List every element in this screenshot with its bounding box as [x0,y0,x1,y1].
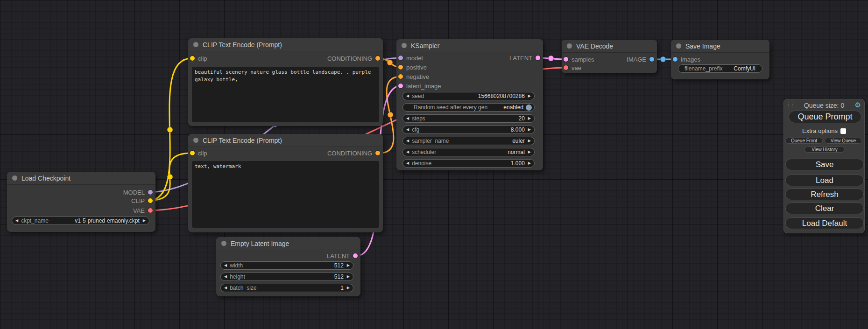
node-clip-text-encode-positive[interactable]: CLIP Text Encode (Prompt) clip CONDITION… [188,38,383,126]
increment-arrow-icon[interactable]: ▶ [347,275,350,279]
save-button[interactable]: Save [785,159,864,170]
image-output-dot[interactable] [649,57,654,62]
output-slot-latent[interactable]: LATENT [327,252,358,260]
increment-arrow-icon[interactable]: ▶ [143,219,146,223]
widget-label: filename_prefix [685,65,722,72]
input-slot-model[interactable]: model [398,54,423,62]
decrement-arrow-icon[interactable]: ◀ [224,275,227,279]
node-empty-latent-image[interactable]: Empty Latent Image LATENT ◀ width 512 ▶ … [216,237,360,296]
input-slot-vae[interactable]: vae [564,63,581,72]
collapse-dot-icon[interactable] [193,42,198,47]
conditioning-output-dot[interactable] [375,56,380,61]
refresh-button[interactable]: Refresh [785,189,864,200]
input-slot-positive[interactable]: positive [398,63,427,71]
increment-arrow-icon[interactable]: ▶ [347,264,350,267]
collapse-dot-icon[interactable] [567,43,572,49]
decrement-arrow-icon[interactable]: ◀ [15,219,18,223]
images-input-dot[interactable] [673,57,677,62]
vae-output-dot[interactable] [148,208,153,213]
sampler-name-widget[interactable]: ◀ sampler_name euler ▶ [402,137,535,145]
samples-input-dot[interactable] [564,57,568,62]
input-slot-negative[interactable]: negative [398,72,429,81]
increment-arrow-icon[interactable]: ▶ [528,139,531,143]
node-vae-decode[interactable]: VAE Decode samples vae IMAGE [562,40,657,73]
clip-output-dot[interactable] [148,198,153,203]
latent-output-dot[interactable] [353,253,358,258]
drag-handle-icon[interactable]: ⋮⋮ [786,102,794,107]
ckpt-name-widget[interactable]: ◀ ckpt_name v1-5-pruned-emaonly.ckpt ▶ [12,217,149,225]
filename-prefix-widget[interactable]: filename_prefix ComfyUI [678,64,762,73]
collapse-dot-icon[interactable] [676,43,681,49]
increment-arrow-icon[interactable]: ▶ [528,150,531,154]
collapse-dot-icon[interactable] [12,175,17,181]
node-ksampler[interactable]: KSampler model positive negative latent_… [396,39,543,170]
decrement-arrow-icon[interactable]: ◀ [406,128,409,132]
collapse-dot-icon[interactable] [221,241,226,246]
height-widget[interactable]: ◀ height 512 ▶ [220,273,353,281]
node-clip-text-encode-negative[interactable]: CLIP Text Encode (Prompt) clip CONDITION… [188,134,383,232]
random-seed-toggle-widget[interactable]: Random seed after every gen enabled [402,103,535,112]
latent-image-input-dot[interactable] [398,84,403,88]
clip-input-dot[interactable] [190,151,195,155]
increment-arrow-icon[interactable]: ▶ [528,128,531,132]
decrement-arrow-icon[interactable]: ◀ [406,161,409,165]
slot-label: clip [198,150,207,157]
steps-widget[interactable]: ◀ steps 20 ▶ [402,114,535,123]
decrement-arrow-icon[interactable]: ◀ [406,94,409,98]
toggle-circle[interactable] [526,105,532,111]
clip-input-dot[interactable] [190,56,195,61]
output-slot-image[interactable]: IMAGE [627,55,654,63]
input-slot-images[interactable]: images [673,55,700,63]
node-save-image[interactable]: Save Image images filename_prefix ComfyU… [671,40,769,79]
increment-arrow-icon[interactable]: ▶ [528,94,531,98]
positive-prompt-textarea[interactable]: beautiful scenery nature glass bottle la… [192,67,379,122]
decrement-arrow-icon[interactable]: ◀ [224,264,227,267]
input-slot-latent-image[interactable]: latent_image [398,82,441,90]
output-slot-conditioning[interactable]: CONDITIONING [327,54,380,63]
view-history-button[interactable]: View History [804,147,845,153]
increment-arrow-icon[interactable]: ▶ [528,117,531,120]
seed-widget[interactable]: ◀ seed 156680208700286 ▶ [402,92,535,100]
extra-options-checkbox[interactable] [840,128,846,134]
view-queue-button[interactable]: View Queue [825,138,862,144]
vae-input-dot[interactable] [564,65,568,70]
latent-output-dot[interactable] [536,56,540,60]
output-slot-latent[interactable]: LATENT [509,54,540,62]
cfg-widget[interactable]: ◀ cfg 8.000 ▶ [402,126,535,134]
conditioning-output-dot[interactable] [375,151,380,155]
decrement-arrow-icon[interactable]: ◀ [406,139,409,143]
input-slot-samples[interactable]: samples [564,55,594,63]
input-slot-clip[interactable]: clip [190,149,207,157]
collapse-dot-icon[interactable] [193,138,198,143]
node-title: CLIP Text Encode (Prompt) [203,41,282,49]
node-title-bar: KSampler [396,39,543,52]
negative-prompt-textarea[interactable]: text, watermark [192,161,379,228]
output-slot-clip[interactable]: CLIP [131,196,153,205]
negative-input-dot[interactable] [398,74,403,79]
model-input-dot[interactable] [398,56,403,60]
collapse-dot-icon[interactable] [402,43,407,48]
output-slot-model[interactable]: MODEL [123,188,153,196]
node-load-checkpoint[interactable]: Load Checkpoint MODEL CLIP VAE ◀ ckpt_na… [7,172,155,232]
positive-input-dot[interactable] [398,65,403,70]
decrement-arrow-icon[interactable]: ◀ [224,286,227,290]
decrement-arrow-icon[interactable]: ◀ [406,117,409,120]
denoise-widget[interactable]: ◀ denoise 1.000 ▶ [402,159,535,168]
output-slot-conditioning[interactable]: CONDITIONING [327,149,380,157]
queue-front-button[interactable]: Queue Front [785,138,823,144]
comfyui-canvas[interactable]: { "colors": { "model_link": "#b39ddb", "… [0,0,868,329]
width-widget[interactable]: ◀ width 512 ▶ [220,261,353,270]
gear-icon[interactable]: ⚙ [855,101,861,108]
scheduler-widget[interactable]: ◀ scheduler normal ▶ [402,148,535,156]
increment-arrow-icon[interactable]: ▶ [528,161,531,165]
queue-prompt-button[interactable]: Queue Prompt [789,111,861,123]
load-default-button[interactable]: Load Default [785,217,864,229]
decrement-arrow-icon[interactable]: ◀ [406,150,409,154]
input-slot-clip[interactable]: clip [190,54,207,63]
load-button[interactable]: Load [785,175,864,186]
clear-button[interactable]: Clear [785,203,864,214]
model-output-dot[interactable] [148,190,153,195]
output-slot-vae[interactable]: VAE [133,206,153,215]
increment-arrow-icon[interactable]: ▶ [347,286,350,290]
batch-size-widget[interactable]: ◀ batch_size 1 ▶ [220,284,353,292]
